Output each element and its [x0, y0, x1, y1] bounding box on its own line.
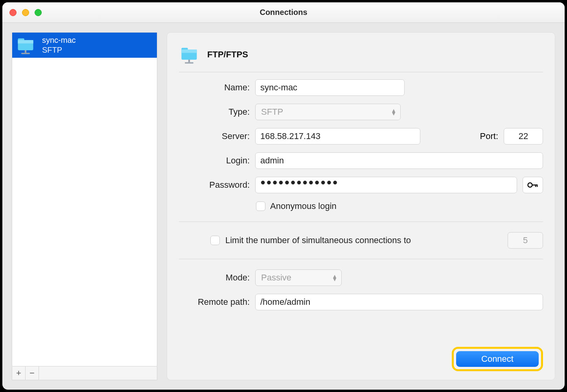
limit-label: Limit the number of simultaneous connect…: [225, 235, 411, 245]
login-field[interactable]: [255, 152, 543, 169]
content-area: sync-mac SFTP + − FTP/FTPS: [2, 23, 565, 390]
anonymous-label: Anonymous login: [270, 201, 337, 211]
svg-rect-13: [537, 185, 538, 187]
limit-checkbox[interactable]: [210, 236, 220, 245]
mode-select[interactable]: Passive ▲▼: [255, 269, 342, 286]
connection-panel: FTP/FTPS Name: Type: SFTP ▲▼ Server:: [167, 32, 555, 380]
remove-connection-button[interactable]: −: [26, 366, 39, 380]
remote-path-field[interactable]: [255, 294, 543, 310]
login-label: Login:: [179, 156, 250, 166]
divider: [179, 222, 543, 222]
chevron-updown-icon: ▲▼: [391, 109, 396, 115]
close-window-icon[interactable]: [9, 9, 17, 16]
connect-highlight: Connect: [452, 347, 543, 371]
svg-rect-7: [182, 49, 197, 53]
remote-path-label: Remote path:: [179, 297, 250, 307]
sidebar: sync-mac SFTP + −: [12, 32, 157, 380]
add-connection-button[interactable]: +: [12, 366, 26, 380]
password-field[interactable]: ●●●●●●●●●●●●●: [255, 177, 517, 193]
password-label: Password:: [179, 180, 250, 190]
svg-rect-9: [185, 62, 193, 64]
svg-rect-3: [25, 50, 26, 53]
connection-item-sync-mac[interactable]: sync-mac SFTP: [12, 33, 157, 58]
zoom-window-icon[interactable]: [35, 9, 42, 16]
mode-label: Mode:: [179, 273, 250, 283]
anonymous-checkbox[interactable]: [256, 201, 265, 211]
panel-header: FTP/FTPS: [179, 44, 543, 72]
port-field[interactable]: [504, 128, 543, 145]
svg-rect-12: [535, 185, 536, 187]
svg-rect-11: [532, 185, 538, 185]
svg-rect-4: [21, 53, 30, 54]
panel-footer: Connect: [179, 347, 543, 371]
traffic-lights: [9, 9, 42, 16]
server-field[interactable]: [255, 128, 420, 145]
svg-rect-2: [18, 40, 33, 44]
titlebar: Connections: [2, 2, 565, 23]
type-select[interactable]: SFTP ▲▼: [255, 104, 401, 120]
network-folder-icon: [179, 44, 199, 65]
key-icon: [527, 181, 538, 189]
connection-list[interactable]: sync-mac SFTP: [12, 32, 157, 366]
window-title: Connections: [260, 8, 307, 17]
panel-title: FTP/FTPS: [207, 49, 248, 60]
connection-item-type: SFTP: [42, 45, 76, 55]
port-label: Port:: [480, 131, 498, 141]
divider: [179, 259, 543, 259]
type-select-value: SFTP: [261, 107, 283, 117]
chevron-updown-icon: ▲▼: [332, 275, 337, 281]
limit-field: [508, 232, 543, 249]
key-button[interactable]: [523, 177, 543, 193]
svg-point-10: [528, 183, 532, 187]
network-folder-icon: [15, 35, 36, 55]
svg-rect-8: [188, 60, 190, 62]
server-label: Server:: [179, 131, 250, 141]
mode-select-value: Passive: [261, 273, 291, 283]
type-label: Type:: [179, 107, 250, 117]
connections-window: Connections sync-mac SFTP: [2, 2, 565, 390]
minimize-window-icon[interactable]: [22, 9, 29, 16]
form: Name: Type: SFTP ▲▼ Server: Port:: [179, 79, 543, 310]
sidebar-toolbar: + −: [12, 366, 157, 380]
connect-button[interactable]: Connect: [456, 351, 539, 367]
name-label: Name:: [179, 82, 250, 93]
name-field[interactable]: [255, 79, 405, 96]
connection-item-name: sync-mac: [42, 35, 76, 45]
